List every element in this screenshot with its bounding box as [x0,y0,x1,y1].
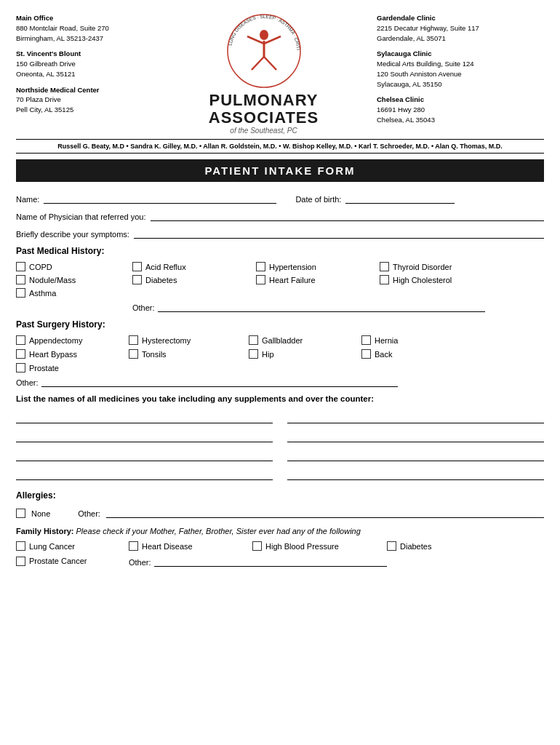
pmh-grid: COPD Acid Reflux Hypertension Thyroid Di… [16,262,544,298]
logo-svg: LUNG DISEASES · SLEEP · ASTHMA · CRITICA… [217,13,311,89]
psh-other-row: Other: [16,375,544,387]
checkbox-heart-failure[interactable] [256,275,265,284]
psh-other-label: Other: [16,378,39,387]
pmh-item-nodule: Nodule/Mass [16,275,132,284]
pmh-title: Past Medical History: [16,246,544,256]
surgery-item-back: Back [361,349,474,359]
checkbox-heart-bypass[interactable] [16,349,25,359]
checkbox-appendectomy[interactable] [16,335,25,345]
sylacauga-addr2: 120 South Anniston Avenue [377,70,462,78]
psh-other-input[interactable] [41,375,398,387]
svg-line-6 [252,57,264,70]
pmh-other-input[interactable] [158,300,485,312]
med-line-1[interactable] [16,410,273,423]
checkbox-copd[interactable] [16,262,25,271]
label-thyroid: Thyroid Disorder [393,263,452,271]
med-line-3[interactable] [16,429,273,442]
checkbox-asthma[interactable] [16,288,25,298]
family-item-prostate-cancer: Prostate Cancer [16,555,129,567]
label-gallbladder: Gallbladder [262,336,303,345]
checkbox-cholesterol[interactable] [380,275,389,284]
pmh-item-copd: COPD [16,262,132,271]
allergies-section: Allergies: None Other: [16,490,544,518]
checkbox-nodule[interactable] [16,275,25,284]
medicines-lines [16,410,544,480]
label-high-bp: High Blood Pressure [265,542,339,551]
label-diabetes: Diabetes [145,276,177,284]
surgery-item-gallbladder: Gallbladder [249,335,361,345]
header-right: Gardendale Clinic 2215 Decatur Highway, … [377,13,544,131]
label-lung-cancer: Lung Cancer [29,542,75,551]
chelsea-addr1: 16691 Hwy 280 [377,105,425,113]
st-vincent-title: St. Vincent's Blount [16,49,81,57]
checkbox-prostate[interactable] [16,363,25,372]
checkbox-hysterectomy[interactable] [129,335,138,345]
med-line-5[interactable] [16,448,273,461]
pmh-item-hypertension: Hypertension [256,262,380,271]
name-row: Name: Date of birth: [16,192,544,204]
checkbox-high-bp[interactable] [252,541,262,551]
checkbox-diabetes[interactable] [132,275,142,284]
header-left: Main Office 880 Montclair Road, Suite 27… [16,13,151,121]
label-cholesterol: High Cholesterol [393,276,452,284]
physician-label: Name of Physician that referred you: [16,212,146,221]
label-family-diabetes: Diabetes [400,542,431,551]
checkbox-hypertension[interactable] [256,262,265,271]
main-office-title: Main Office [16,14,53,22]
page: Main Office 880 Montclair Road, Suite 27… [0,0,560,745]
checkbox-none-allergy[interactable] [16,509,25,518]
label-heart-disease: Heart Disease [142,542,193,551]
checkbox-family-diabetes[interactable] [387,541,396,551]
label-asthma: Asthma [29,289,56,298]
svg-line-7 [264,57,276,70]
dob-input[interactable] [345,192,455,204]
symptoms-input[interactable] [134,227,544,239]
checkbox-lung-cancer[interactable] [16,541,25,551]
allergies-other-label: Other: [78,509,100,518]
pmh-item-diabetes: Diabetes [132,275,256,284]
checkbox-heart-disease[interactable] [129,541,138,551]
checkbox-hernia[interactable] [361,335,371,345]
family-other-row: Other: [129,555,481,567]
gardendale-addr1: 2215 Decatur Highway, Suite 117 [377,24,479,32]
label-tonsils: Tonsils [142,350,167,359]
checkbox-gallbladder[interactable] [249,335,258,345]
pmh-other-row: Other: [16,300,544,312]
gardendale-title: Gardendale Clinic [377,14,436,22]
allergies-other-input[interactable] [106,506,544,518]
checkbox-thyroid[interactable] [380,262,389,271]
label-hip: Hip [262,350,274,359]
checkbox-hip[interactable] [249,349,258,359]
label-nodule: Nodule/Mass [29,276,76,284]
main-office-addr1: 880 Montclair Road, Suite 270 [16,24,109,32]
label-heart-failure: Heart Failure [269,276,316,284]
family-item-diabetes: Diabetes [387,541,481,551]
checkbox-acid-reflux[interactable] [132,262,142,271]
pmh-item-cholesterol: High Cholesterol [380,275,518,284]
sylacauga-title: Sylacauga Clinic [377,49,432,57]
northside-title: Northside Medical Center [16,86,100,94]
med-line-4[interactable] [287,429,544,442]
surgery-item-appendectomy: Appendectomy [16,335,129,345]
surgery-item-hip: Hip [249,349,361,359]
med-line-8[interactable] [287,467,544,480]
family-other-input[interactable] [154,555,387,567]
surgery-item-tonsils: Tonsils [129,349,249,359]
symptoms-label: Briefly describe your symptoms: [16,230,129,239]
physician-input[interactable] [151,210,544,221]
st-vincent-addr1: 150 Gilbreath Drive [16,60,76,68]
checkbox-tonsils[interactable] [129,349,138,359]
pmh-other-label: Other: [132,303,155,312]
main-office-addr2: Birmingham, AL 35213-2437 [16,34,103,42]
name-input[interactable] [44,192,276,204]
checkbox-back[interactable] [361,349,371,359]
surgery-item-heart-bypass: Heart Bypass [16,349,129,359]
med-line-7[interactable] [16,467,273,480]
checkbox-prostate-cancer[interactable] [16,557,25,566]
surgery-item-hysterectomy: Hysterectomy [129,335,249,345]
med-line-6[interactable] [287,448,544,461]
st-vincent-addr2: Oneonta, AL 35121 [16,70,76,78]
label-appendectomy: Appendectomy [29,336,82,345]
med-line-2[interactable] [287,410,544,423]
northside-addr2: Pell City, AL 35125 [16,105,73,113]
